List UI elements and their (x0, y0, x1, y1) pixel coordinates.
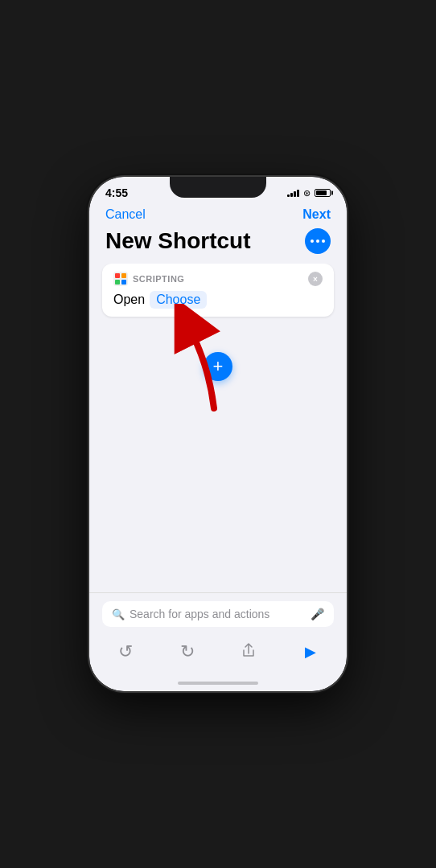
notch (170, 177, 266, 198)
page-header: New Shortcut (89, 225, 347, 264)
status-time: 4:55 (105, 186, 128, 199)
cancel-button[interactable]: Cancel (105, 207, 146, 222)
nav-bar: Cancel Next (89, 203, 347, 225)
next-button[interactable]: Next (302, 207, 331, 222)
phone-frame: 4:55 ⊛ Cancel Next New Shortcut (89, 177, 347, 691)
action-body: Open Choose (113, 291, 323, 309)
search-icon: 🔍 (112, 608, 125, 620)
bottom-search-area: 🔍 Search for apps and actions 🎤 (89, 592, 347, 635)
bottom-toolbar: ↺ ↻ ▶ (89, 635, 347, 678)
play-button[interactable]: ▶ (298, 643, 323, 661)
screen: 4:55 ⊛ Cancel Next New Shortcut (89, 177, 347, 691)
more-dots-icon (311, 240, 325, 243)
plus-icon: + (213, 358, 224, 375)
search-field[interactable]: 🔍 Search for apps and actions 🎤 (102, 601, 334, 627)
action-choose-button[interactable]: Choose (150, 291, 207, 309)
category-label: SCRIPTING (133, 274, 184, 284)
status-icons: ⊛ (287, 188, 331, 199)
action-category: SCRIPTING (113, 272, 184, 286)
action-card-header: SCRIPTING × (113, 272, 323, 286)
more-options-button[interactable] (305, 228, 331, 254)
battery-icon (315, 189, 331, 197)
add-action-button[interactable]: + (204, 352, 232, 381)
close-action-button[interactable]: × (308, 272, 323, 286)
page-title: New Shortcut (105, 228, 250, 254)
signal-icon (287, 189, 299, 197)
home-indicator (89, 678, 347, 691)
scripting-icon (113, 272, 128, 286)
main-content: SCRIPTING × Open Choose + (89, 264, 347, 592)
search-placeholder-text: Search for apps and actions (130, 608, 306, 620)
share-button[interactable] (237, 642, 261, 662)
undo-button[interactable]: ↺ (113, 641, 138, 662)
home-bar (178, 682, 258, 685)
wifi-icon: ⊛ (303, 188, 311, 199)
action-card: SCRIPTING × Open Choose (102, 264, 334, 317)
redo-button[interactable]: ↻ (175, 641, 199, 662)
action-open-text: Open (113, 293, 145, 307)
microphone-icon[interactable]: 🎤 (311, 608, 324, 620)
